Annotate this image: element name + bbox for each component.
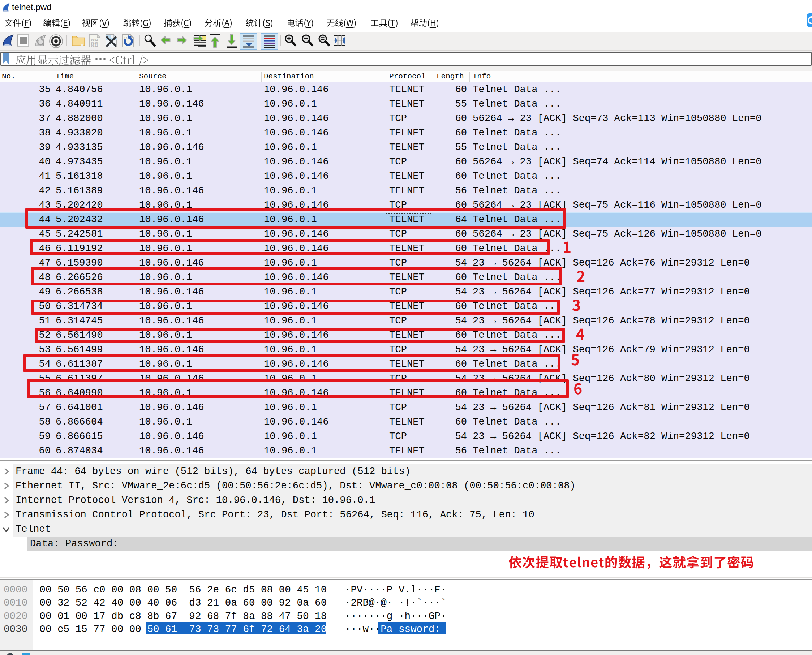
svg-text:0111: 0111 — [91, 44, 98, 48]
